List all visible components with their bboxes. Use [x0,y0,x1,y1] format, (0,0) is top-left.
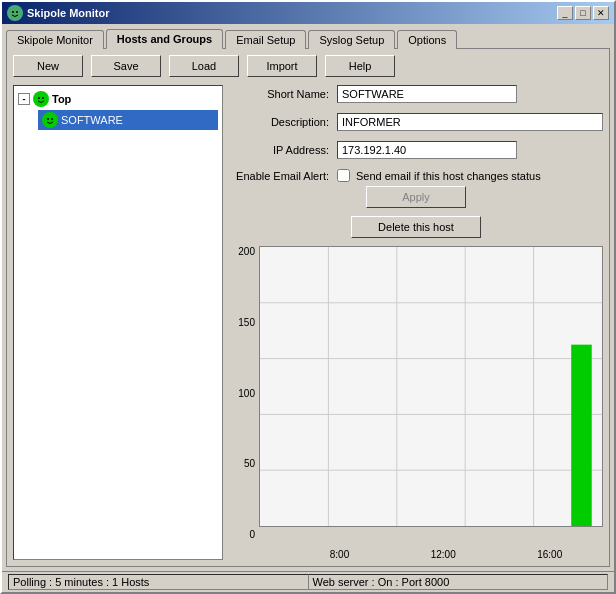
close-button[interactable]: ✕ [593,6,609,20]
svg-point-5 [42,97,44,99]
tree-child-item[interactable]: SOFTWARE [38,110,218,130]
title-buttons: _ □ ✕ [557,6,609,20]
svg-point-1 [12,11,14,13]
import-button[interactable]: Import [247,55,317,77]
tab-options[interactable]: Options [397,30,457,49]
chart-body [259,246,603,527]
load-button[interactable]: Load [169,55,239,77]
short-name-row: Short Name: [229,85,603,103]
email-alert-text: Send email if this host changes status [356,170,541,182]
tab-bar: Skipole Monitor Hosts and Groups Email S… [2,24,614,48]
svg-rect-17 [571,345,592,526]
app-icon [7,5,23,21]
minimize-button[interactable]: _ [557,6,573,20]
tree-expand-button[interactable]: - [18,93,30,105]
short-name-label: Short Name: [229,88,329,100]
main-split: - Top [13,85,603,560]
status-bar: Polling : 5 minutes : 1 Hosts Web server… [2,571,614,592]
ip-label: IP Address: [229,144,329,156]
child-status-icon [42,112,58,128]
description-row: Description: [229,113,603,131]
y-label-150: 150 [229,317,255,328]
x-label-800: 8:00 [330,549,349,560]
status-right: Web server : On : Port 8000 [309,574,609,590]
tree-top-item: - Top [18,90,218,108]
tab-syslog-setup[interactable]: Syslog Setup [308,30,395,49]
top-status-icon [33,91,49,107]
email-alert-row: Enable Email Alert: Send email if this h… [229,169,603,182]
email-alert-checkbox[interactable] [337,169,350,182]
chart-area: 0 50 100 150 200 [229,246,603,560]
svg-point-4 [38,97,40,99]
toolbar: New Save Load Import Help [13,55,603,77]
delete-button[interactable]: Delete this host [351,216,481,238]
detail-panel: Short Name: Description: IP Address: [229,85,603,560]
x-label-1200: 12:00 [431,549,456,560]
title-bar-left: Skipole Monitor [7,5,110,21]
title-bar: Skipole Monitor _ □ ✕ [2,2,614,24]
email-alert-label: Enable Email Alert: [229,170,329,182]
window-title: Skipole Monitor [27,7,110,19]
save-button[interactable]: Save [91,55,161,77]
svg-point-2 [16,11,18,13]
chart-body-wrapper: 8:00 12:00 16:00 [259,246,603,560]
status-left: Polling : 5 minutes : 1 Hosts [8,574,309,590]
tree-panel: - Top [13,85,223,560]
tree-child-label: SOFTWARE [61,114,123,126]
chart-container: 0 50 100 150 200 [229,246,603,560]
short-name-input[interactable] [337,85,517,103]
svg-point-0 [9,7,21,19]
svg-point-8 [51,118,53,120]
help-button[interactable]: Help [325,55,395,77]
ip-input[interactable] [337,141,517,159]
form-section: Short Name: Description: IP Address: [229,85,603,182]
ip-address-row: IP Address: [229,141,603,159]
tab-hosts-and-groups[interactable]: Hosts and Groups [106,29,223,49]
actions-row: Apply Delete this host [229,186,603,238]
description-input[interactable] [337,113,603,131]
x-label-1600: 16:00 [537,549,562,560]
chart-y-labels: 0 50 100 150 200 [229,246,259,560]
y-label-0: 0 [229,529,255,540]
tab-email-setup[interactable]: Email Setup [225,30,306,49]
svg-point-7 [47,118,49,120]
chart-grid [260,247,602,526]
chart-x-labels: 8:00 12:00 16:00 [259,549,603,560]
apply-button[interactable]: Apply [366,186,466,208]
y-label-50: 50 [229,458,255,469]
maximize-button[interactable]: □ [575,6,591,20]
content-area: New Save Load Import Help - [6,48,610,567]
new-button[interactable]: New [13,55,83,77]
main-window: Skipole Monitor _ □ ✕ Skipole Monitor Ho… [0,0,616,594]
tab-skipole-monitor[interactable]: Skipole Monitor [6,30,104,49]
description-label: Description: [229,116,329,128]
svg-point-6 [44,114,56,126]
email-checkbox-row: Send email if this host changes status [337,169,541,182]
svg-point-3 [35,93,47,105]
y-label-100: 100 [229,388,255,399]
tree-top-label: Top [52,93,71,105]
y-label-200: 200 [229,246,255,257]
